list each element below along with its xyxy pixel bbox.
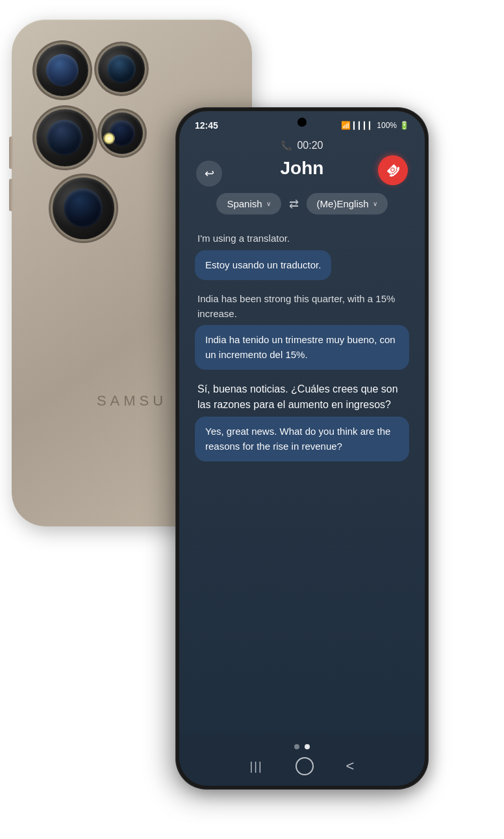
navigation-bar: ||| < (179, 734, 425, 786)
language-bar: Spanish ∨ ⇄ (Me)English ∨ (179, 188, 425, 225)
target-language-selector[interactable]: (Me)English ∨ (307, 193, 388, 214)
volume-up-button[interactable] (9, 136, 13, 169)
camera-lens-5 (53, 177, 114, 239)
phone-front: 12:45 📶 ▎▎▎▎ 100% 🔋 📞 00:20 John ☎ ↩ (175, 107, 429, 790)
end-call-icon: ☎ (383, 160, 403, 180)
source-language-label: Spanish (227, 198, 262, 209)
camera-lens-3 (36, 109, 94, 166)
status-icons: 📶 ▎▎▎▎ 100% 🔋 (341, 121, 409, 130)
front-volume-down-button[interactable] (175, 296, 176, 331)
target-chevron-icon: ∨ (373, 200, 377, 207)
message-translated-2: India ha tenido un trimestre muy bueno, … (195, 325, 409, 370)
front-camera (297, 118, 307, 127)
battery-symbol: 🔋 (399, 121, 409, 130)
nav-buttons: ||| < (250, 757, 355, 775)
source-chevron-icon: ∨ (266, 200, 271, 207)
camera-module (30, 38, 144, 272)
message-original-1: I'm using a translator. (195, 231, 409, 246)
message-original-2: India has been strong this quarter, with… (195, 292, 409, 321)
signal-icon: ▎▎▎▎ (353, 122, 374, 130)
call-timer: 00:20 (297, 140, 323, 151)
camera-flash (105, 134, 114, 143)
back-nav-button[interactable]: < (346, 758, 355, 775)
front-volume-up-button[interactable] (175, 250, 176, 286)
wifi-icon: 📶 (341, 121, 351, 130)
samsung-logo: SAMSU (97, 393, 167, 409)
swap-languages-button[interactable]: ⇄ (289, 197, 299, 211)
source-language-selector[interactable]: Spanish ∨ (216, 193, 281, 214)
home-button[interactable] (296, 757, 314, 775)
recents-button[interactable]: ||| (250, 760, 263, 773)
front-power-button[interactable] (428, 270, 429, 315)
camera-lens-1 (36, 44, 88, 96)
camera-lens-4 (101, 112, 143, 154)
message-group-1: I'm using a translator. Estoy usando un … (195, 231, 409, 280)
message-translated-1: Estoy usando un traductor. (195, 250, 331, 281)
page-dot-1 (294, 744, 299, 749)
call-duration: 📞 00:20 (192, 140, 412, 151)
back-icon: ↩ (205, 166, 214, 181)
page-indicators (294, 744, 310, 749)
message-group-3: Sí, buenas noticias. ¿Cuáles crees que s… (195, 381, 409, 461)
back-button[interactable]: ↩ (196, 161, 222, 187)
volume-down-button[interactable] (9, 179, 13, 211)
camera-lens-2 (98, 45, 145, 92)
phone-icon: 📞 (281, 140, 292, 151)
swap-icon: ⇄ (289, 198, 299, 211)
chat-area: I'm using a translator. Estoy usando un … (179, 225, 425, 678)
phone-screen: 12:45 📶 ▎▎▎▎ 100% 🔋 📞 00:20 John ☎ ↩ (179, 111, 425, 786)
battery-icon: 100% (377, 121, 397, 130)
status-time: 12:45 (195, 120, 218, 131)
page-dot-2 (305, 744, 310, 749)
target-language-label: (Me)English (317, 198, 369, 209)
message-other-original-1: Sí, buenas noticias. ¿Cuáles crees que s… (195, 381, 409, 413)
message-group-2: India has been strong this quarter, with… (195, 292, 409, 370)
message-other-translated-1: Yes, great news. What do you think are t… (195, 417, 409, 461)
